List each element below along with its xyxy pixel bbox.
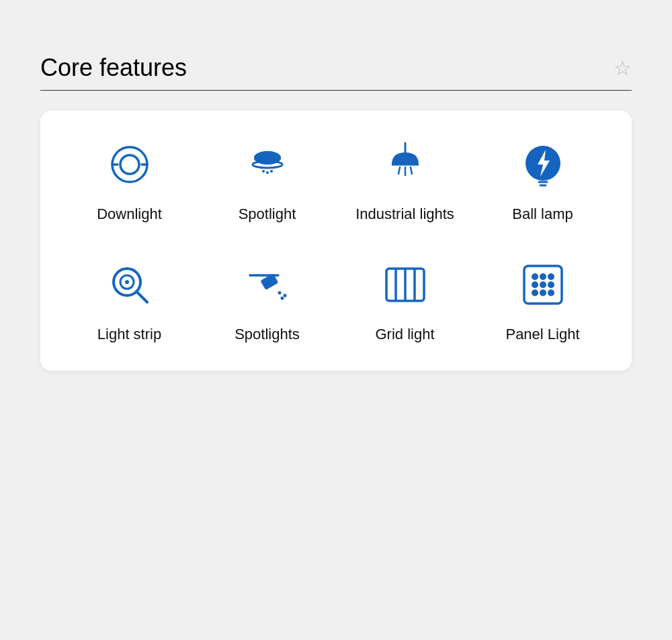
ball-lamp-icon bbox=[516, 138, 570, 191]
grid-item-spotlights[interactable]: Spotlights bbox=[198, 258, 336, 345]
grid-item-spotlight[interactable]: Spotlight bbox=[198, 138, 336, 224]
svg-point-24 bbox=[278, 291, 281, 294]
spotlights-label: Spotlights bbox=[235, 325, 300, 345]
downlight-label: Downlight bbox=[97, 205, 162, 224]
header-divider bbox=[40, 90, 632, 91]
spotlight-icon bbox=[241, 138, 294, 191]
grid-item-industrial-lights[interactable]: Industrial lights bbox=[336, 138, 474, 224]
svg-point-40 bbox=[548, 289, 554, 296]
svg-point-33 bbox=[540, 273, 546, 280]
svg-line-14 bbox=[411, 167, 412, 174]
page-title: Core features bbox=[40, 54, 187, 82]
svg-point-35 bbox=[532, 281, 538, 288]
downlight-icon bbox=[103, 138, 157, 191]
svg-point-20 bbox=[125, 280, 129, 284]
svg-point-26 bbox=[280, 296, 284, 300]
star-icon[interactable]: ☆ bbox=[614, 56, 632, 80]
svg-point-36 bbox=[540, 281, 546, 288]
grid-item-downlight[interactable]: Downlight bbox=[60, 138, 198, 224]
svg-point-8 bbox=[266, 171, 269, 174]
svg-point-38 bbox=[532, 289, 538, 296]
svg-point-37 bbox=[548, 281, 554, 288]
svg-line-21 bbox=[136, 291, 147, 302]
grid-item-light-strip[interactable]: Light strip bbox=[60, 258, 198, 345]
spotlight-label: Spotlight bbox=[239, 205, 296, 224]
features-card: Downlight Spotlight bbox=[40, 111, 632, 371]
industrial-lights-icon bbox=[378, 138, 432, 191]
svg-point-39 bbox=[540, 289, 546, 296]
light-strip-icon bbox=[103, 258, 157, 312]
grid-light-label: Grid light bbox=[375, 325, 434, 345]
features-grid: Downlight Spotlight bbox=[60, 138, 612, 344]
light-strip-label: Light strip bbox=[97, 325, 161, 345]
svg-point-32 bbox=[532, 273, 538, 280]
svg-point-9 bbox=[270, 170, 273, 173]
spotlights-icon bbox=[241, 258, 294, 312]
grid-light-icon bbox=[378, 258, 432, 312]
grid-item-grid-light[interactable]: Grid light bbox=[336, 258, 474, 345]
panel-light-label: Panel Light bbox=[505, 325, 579, 345]
grid-item-panel-light[interactable]: Panel Light bbox=[474, 258, 612, 345]
ball-lamp-label: Ball lamp bbox=[512, 205, 573, 224]
svg-line-12 bbox=[398, 167, 400, 174]
industrial-lights-label: Industrial lights bbox=[355, 205, 454, 224]
panel-light-icon bbox=[516, 258, 570, 312]
svg-point-1 bbox=[120, 155, 139, 174]
svg-point-25 bbox=[283, 293, 286, 297]
page-header: Core features ☆ bbox=[40, 54, 632, 82]
svg-point-7 bbox=[262, 170, 265, 173]
svg-point-34 bbox=[548, 273, 554, 280]
grid-item-ball-lamp[interactable]: Ball lamp bbox=[474, 138, 612, 224]
